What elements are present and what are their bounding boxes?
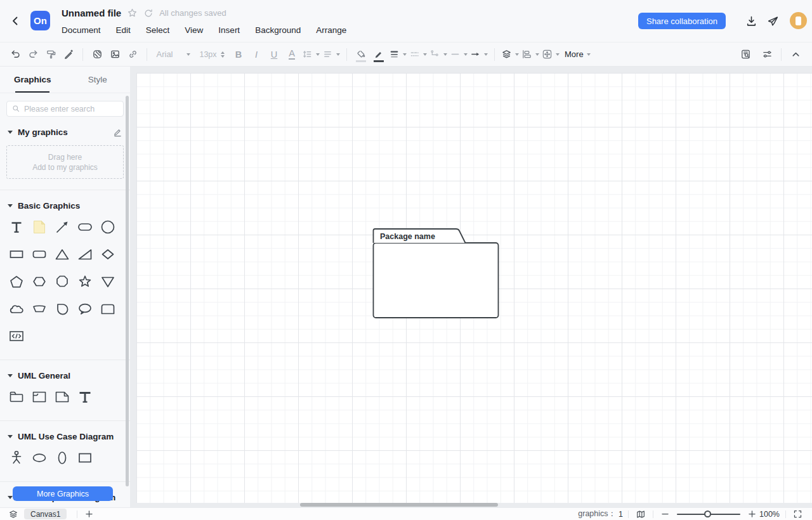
font-color-button[interactable]: A — [284, 46, 299, 63]
shape-uml-text[interactable] — [74, 386, 96, 408]
uml-package-shape[interactable]: Package name — [372, 228, 507, 324]
fill-color-button[interactable] — [353, 46, 369, 63]
underline-button[interactable]: U — [266, 46, 282, 63]
collapse-triangle-icon[interactable] — [8, 496, 13, 499]
shape-uml-use-case-ellipse[interactable] — [28, 446, 51, 469]
shape-rounded-rectangle[interactable] — [28, 243, 51, 266]
menu-item-arrange[interactable]: Arrange — [316, 25, 346, 35]
tab-canvas1[interactable]: Canvas1 — [24, 509, 67, 519]
shape-octagon[interactable] — [51, 270, 74, 293]
position-button[interactable] — [542, 46, 560, 63]
magic-pen-icon[interactable] — [61, 46, 76, 63]
minimap-icon[interactable] — [636, 509, 646, 519]
shape-code-block[interactable] — [5, 325, 28, 348]
shape-uml-system-boundary[interactable] — [74, 446, 96, 469]
format-painter-icon[interactable] — [43, 46, 58, 63]
shape-cloud[interactable] — [5, 297, 28, 320]
border-color-button[interactable] — [371, 46, 386, 63]
italic-button[interactable]: I — [249, 46, 264, 63]
shape-right-triangle[interactable] — [74, 243, 96, 266]
align-objects-button[interactable] — [521, 46, 539, 63]
shape-rounded-top-rectangle[interactable] — [96, 297, 119, 320]
user-avatar[interactable] — [790, 12, 807, 29]
shape-hexagon[interactable] — [28, 270, 51, 293]
zoom-out-icon[interactable] — [660, 509, 670, 519]
shape-diamond[interactable] — [96, 243, 119, 266]
line-button[interactable] — [450, 46, 468, 63]
menu-item-view[interactable]: View — [185, 25, 203, 35]
shape-curved-trapezoid[interactable] — [28, 297, 51, 320]
zoom-in-icon[interactable] — [747, 509, 757, 519]
collapse-triangle-icon[interactable] — [8, 374, 13, 377]
horizontal-scrollbar[interactable] — [300, 503, 498, 507]
shape-speech-bubble[interactable] — [74, 297, 96, 320]
share-collaboration-button[interactable]: Share collaboration — [638, 13, 726, 29]
shape-uml-note[interactable] — [51, 386, 74, 408]
collapse-triangle-icon[interactable] — [8, 435, 13, 438]
insert-image-icon[interactable] — [107, 46, 122, 63]
shape-rectangle[interactable] — [5, 243, 28, 266]
more-graphics-button[interactable]: More Graphics — [13, 486, 113, 501]
download-icon[interactable] — [745, 15, 757, 27]
shape-uml-vertical-ellipse[interactable] — [51, 446, 74, 469]
collapse-toolbar-icon[interactable] — [788, 46, 803, 63]
shape-circle[interactable] — [96, 216, 119, 238]
layers-button[interactable] — [501, 46, 519, 63]
collapse-triangle-icon[interactable] — [8, 131, 13, 134]
shape-stadium[interactable] — [74, 216, 96, 238]
shape-inverted-triangle[interactable] — [96, 270, 119, 293]
back-icon[interactable] — [9, 15, 22, 27]
menu-item-edit[interactable]: Edit — [116, 25, 131, 35]
zoom-slider-knob[interactable] — [704, 510, 711, 517]
shape-pentagon[interactable] — [5, 270, 28, 293]
font-size-stepper[interactable]: 13px — [195, 46, 228, 63]
bold-button[interactable]: B — [231, 46, 246, 63]
shape-triangle[interactable] — [51, 243, 74, 266]
connector-type-button[interactable] — [429, 46, 447, 63]
app-logo[interactable]: On — [30, 11, 50, 30]
more-button[interactable]: More — [565, 46, 591, 63]
link-icon[interactable] — [125, 46, 140, 63]
pages-layers-icon[interactable] — [8, 509, 18, 519]
shape-uml-frame[interactable] — [28, 386, 51, 408]
sidebar-scrollbar[interactable] — [126, 96, 129, 486]
settings-sliders-icon[interactable] — [759, 46, 775, 63]
line-width-button[interactable] — [389, 46, 407, 63]
zoom-slider[interactable] — [677, 510, 740, 519]
redo-icon[interactable] — [25, 46, 41, 63]
shape-teardrop[interactable] — [51, 297, 74, 320]
shape-arrow[interactable] — [51, 216, 74, 238]
send-icon[interactable] — [767, 15, 779, 27]
shape-text[interactable] — [5, 216, 28, 238]
line-spacing-button[interactable] — [302, 46, 320, 63]
arrow-style-button[interactable] — [470, 46, 488, 63]
zoom-level-value[interactable]: 100% — [759, 510, 780, 519]
undo-icon[interactable] — [8, 46, 23, 63]
menu-item-insert[interactable]: Insert — [218, 25, 240, 35]
add-canvas-icon[interactable] — [84, 509, 94, 519]
line-style-button[interactable] — [409, 46, 427, 63]
drawing-canvas[interactable]: Package name — [136, 73, 812, 503]
shape-uml-actor[interactable] — [5, 446, 28, 469]
edit-pencil-icon[interactable] — [113, 127, 122, 137]
fullscreen-icon[interactable] — [793, 509, 802, 519]
search-input[interactable] — [24, 105, 118, 114]
shape-uml-package[interactable] — [5, 386, 28, 408]
menu-item-document[interactable]: Document — [62, 25, 101, 35]
shape-star[interactable] — [74, 270, 96, 293]
find-replace-icon[interactable] — [738, 46, 753, 63]
shape-sticky-note[interactable] — [28, 216, 51, 238]
mask-icon[interactable] — [89, 46, 105, 63]
my-graphics-drop-zone[interactable]: Drag here Add to my graphics — [6, 145, 124, 179]
font-family-select[interactable]: Arial — [154, 46, 193, 63]
collapse-triangle-icon[interactable] — [8, 204, 13, 207]
tab-graphics[interactable]: Graphics — [0, 67, 65, 93]
shape-search-box[interactable] — [6, 101, 124, 117]
document-title[interactable]: Unnamed file — [62, 8, 121, 18]
package-name-label[interactable]: Package name — [380, 232, 435, 241]
text-align-button[interactable] — [322, 46, 340, 63]
menu-item-background[interactable]: Background — [255, 25, 301, 35]
tab-style[interactable]: Style — [65, 67, 131, 93]
favorite-star-icon[interactable] — [127, 8, 138, 18]
menu-item-select[interactable]: Select — [146, 25, 170, 35]
